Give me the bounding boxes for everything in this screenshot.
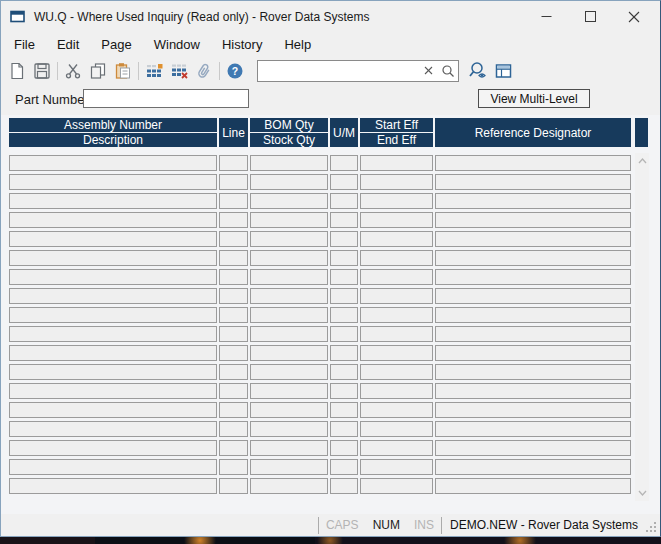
view-multi-level-button[interactable]: View Multi-Level xyxy=(478,89,590,108)
table-cell[interactable] xyxy=(435,155,631,171)
table-cell[interactable] xyxy=(330,307,358,323)
resize-grip[interactable] xyxy=(644,517,658,533)
table-cell[interactable] xyxy=(435,364,631,380)
table-row[interactable] xyxy=(9,364,631,380)
table-cell[interactable] xyxy=(250,421,328,437)
table-cell[interactable] xyxy=(219,269,248,285)
cut-button[interactable] xyxy=(62,60,84,82)
table-cell[interactable] xyxy=(435,421,631,437)
menu-help[interactable]: Help xyxy=(273,34,322,55)
table-cell[interactable] xyxy=(9,326,217,342)
table-cell[interactable] xyxy=(360,155,433,171)
table-cell[interactable] xyxy=(330,345,358,361)
table-cell[interactable] xyxy=(250,193,328,209)
table-row[interactable] xyxy=(9,288,631,304)
table-cell[interactable] xyxy=(219,440,248,456)
table-cell[interactable] xyxy=(219,383,248,399)
table-cell[interactable] xyxy=(250,231,328,247)
menu-file[interactable]: File xyxy=(3,34,46,55)
table-cell[interactable] xyxy=(250,326,328,342)
table-cell[interactable] xyxy=(9,364,217,380)
table-cell[interactable] xyxy=(250,402,328,418)
table-cell[interactable] xyxy=(219,231,248,247)
table-cell[interactable] xyxy=(250,440,328,456)
table-row[interactable] xyxy=(9,345,631,361)
menu-history[interactable]: History xyxy=(211,34,273,55)
table-cell[interactable] xyxy=(360,345,433,361)
table-cell[interactable] xyxy=(250,383,328,399)
table-cell[interactable] xyxy=(250,345,328,361)
table-cell[interactable] xyxy=(219,459,248,475)
table-cell[interactable] xyxy=(360,459,433,475)
table-cell[interactable] xyxy=(9,383,217,399)
table-row[interactable] xyxy=(9,231,631,247)
table-cell[interactable] xyxy=(330,459,358,475)
table-cell[interactable] xyxy=(9,345,217,361)
table-cell[interactable] xyxy=(250,459,328,475)
table-cell[interactable] xyxy=(435,326,631,342)
table-cell[interactable] xyxy=(360,307,433,323)
table-cell[interactable] xyxy=(360,326,433,342)
table-cell[interactable] xyxy=(330,421,358,437)
insert-row-button[interactable] xyxy=(143,60,165,82)
table-cell[interactable] xyxy=(9,231,217,247)
table-cell[interactable] xyxy=(435,383,631,399)
table-cell[interactable] xyxy=(330,231,358,247)
table-cell[interactable] xyxy=(435,174,631,190)
table-cell[interactable] xyxy=(330,288,358,304)
table-cell[interactable] xyxy=(360,421,433,437)
table-cell[interactable] xyxy=(250,212,328,228)
table-cell[interactable] xyxy=(360,212,433,228)
table-cell[interactable] xyxy=(250,250,328,266)
table-cell[interactable] xyxy=(330,478,358,494)
table-cell[interactable] xyxy=(219,212,248,228)
table-cell[interactable] xyxy=(219,421,248,437)
table-cell[interactable] xyxy=(219,174,248,190)
table-row[interactable] xyxy=(9,402,631,418)
copy-button[interactable] xyxy=(87,60,109,82)
part-number-input[interactable] xyxy=(83,89,249,108)
table-cell[interactable] xyxy=(330,212,358,228)
search-input[interactable] xyxy=(258,62,418,80)
table-cell[interactable] xyxy=(219,364,248,380)
table-row[interactable] xyxy=(9,155,631,171)
table-cell[interactable] xyxy=(360,231,433,247)
table-cell[interactable] xyxy=(9,155,217,171)
find-preview-button[interactable] xyxy=(467,60,489,82)
table-cell[interactable] xyxy=(219,307,248,323)
table-cell[interactable] xyxy=(9,212,217,228)
table-cell[interactable] xyxy=(219,345,248,361)
table-cell[interactable] xyxy=(435,459,631,475)
table-cell[interactable] xyxy=(9,288,217,304)
table-cell[interactable] xyxy=(360,364,433,380)
table-cell[interactable] xyxy=(360,250,433,266)
table-cell[interactable] xyxy=(360,174,433,190)
table-cell[interactable] xyxy=(330,174,358,190)
table-cell[interactable] xyxy=(360,288,433,304)
paste-button[interactable] xyxy=(112,60,134,82)
table-cell[interactable] xyxy=(9,193,217,209)
table-cell[interactable] xyxy=(219,250,248,266)
table-cell[interactable] xyxy=(330,326,358,342)
table-cell[interactable] xyxy=(435,440,631,456)
table-cell[interactable] xyxy=(435,307,631,323)
vertical-scrollbar[interactable] xyxy=(635,153,649,501)
table-cell[interactable] xyxy=(219,402,248,418)
table-row[interactable] xyxy=(9,250,631,266)
table-cell[interactable] xyxy=(435,250,631,266)
table-cell[interactable] xyxy=(250,174,328,190)
table-cell[interactable] xyxy=(250,269,328,285)
table-cell[interactable] xyxy=(435,402,631,418)
save-button[interactable] xyxy=(31,60,53,82)
table-cell[interactable] xyxy=(219,326,248,342)
table-cell[interactable] xyxy=(250,155,328,171)
table-cell[interactable] xyxy=(360,383,433,399)
table-row[interactable] xyxy=(9,326,631,342)
table-cell[interactable] xyxy=(435,231,631,247)
table-cell[interactable] xyxy=(330,269,358,285)
scroll-down-button[interactable] xyxy=(635,485,649,501)
table-cell[interactable] xyxy=(435,269,631,285)
app-window-icon[interactable] xyxy=(10,10,25,23)
table-row[interactable] xyxy=(9,459,631,475)
table-cell[interactable] xyxy=(219,478,248,494)
